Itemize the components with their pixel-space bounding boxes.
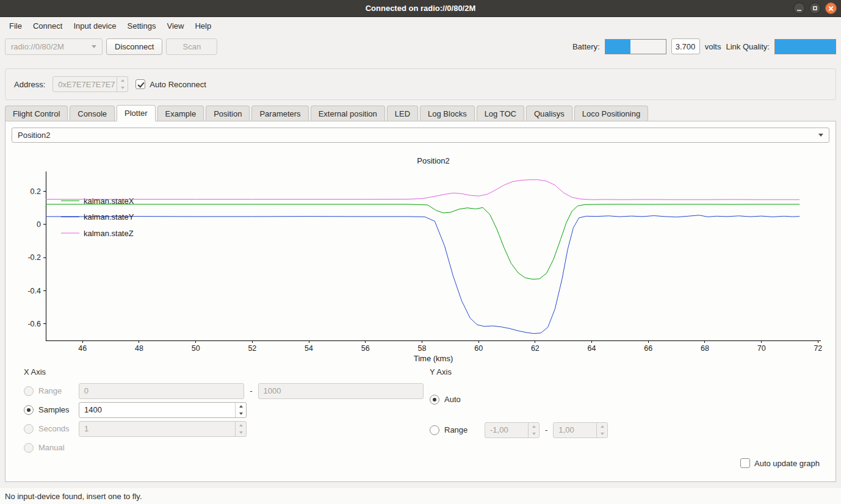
svg-text:-0.2: -0.2 <box>27 253 41 262</box>
disconnect-button[interactable]: Disconnect <box>106 38 162 55</box>
y-auto-label: Auto <box>444 395 480 404</box>
toolbar-status-group: Battery: 3.700 volts Link Quality: <box>572 38 836 54</box>
svg-text:62: 62 <box>531 344 540 353</box>
menu-view[interactable]: View <box>161 18 189 34</box>
spinner-arrows-icon[interactable] <box>235 403 246 417</box>
x-seconds-row: Seconds 1 <box>24 419 424 438</box>
y-auto-row: Auto <box>430 390 608 409</box>
svg-text:kalman.stateX: kalman.stateX <box>84 196 134 206</box>
svg-text:Position2: Position2 <box>417 156 449 165</box>
tab-qualisys[interactable]: Qualisys <box>526 106 572 121</box>
tab-plotter[interactable]: Plotter <box>117 105 156 121</box>
window-title: Connected on radio://0/80/2M <box>366 4 476 13</box>
y-axis-group: Y Axis Auto Range -1,00 - 1,00 <box>424 366 608 457</box>
tab-console[interactable]: Console <box>70 106 115 121</box>
tab-flight-control[interactable]: Flight Control <box>5 106 68 121</box>
connection-uri-combo: radio://0/80/2M <box>5 38 103 55</box>
minimize-icon[interactable] <box>793 2 805 14</box>
tab-loco-positioning[interactable]: Loco Positioning <box>574 106 648 121</box>
menu-settings[interactable]: Settings <box>121 18 161 34</box>
x-seconds-radio <box>24 424 34 434</box>
tab-led[interactable]: LED <box>387 106 418 121</box>
address-field: 0xE7E7E7E7E7 <box>52 76 128 92</box>
auto-reconnect-checkbox[interactable]: Auto Reconnect <box>135 79 206 89</box>
auto-update-label: Auto update graph <box>754 459 820 468</box>
tab-external-position[interactable]: External position <box>311 106 385 121</box>
svg-text:0: 0 <box>37 220 41 229</box>
tabbar: Flight ControlConsolePlotterExamplePosit… <box>0 100 841 121</box>
y-range-row: Range -1,00 - 1,00 <box>430 420 608 439</box>
svg-text:-0.6: -0.6 <box>27 320 41 328</box>
chevron-down-icon <box>818 134 823 137</box>
tab-parameters[interactable]: Parameters <box>251 106 308 121</box>
toolbar: radio://0/80/2M Disconnect Scan Battery:… <box>0 34 841 59</box>
address-panel: Address: 0xE7E7E7E7E7 Auto Reconnect <box>5 68 836 100</box>
y-range-min-field: -1,00 <box>485 422 540 438</box>
svg-text:70: 70 <box>757 344 766 353</box>
x-samples-value: 1400 <box>84 405 102 414</box>
battery-volts-field: 3.700 <box>671 38 700 54</box>
svg-text:66: 66 <box>644 344 652 353</box>
tab-log-toc[interactable]: Log TOC <box>477 106 524 121</box>
svg-text:0.2: 0.2 <box>31 187 41 196</box>
svg-text:72: 72 <box>814 344 822 353</box>
spinner-arrows-icon <box>117 77 128 92</box>
menu-input-device[interactable]: Input device <box>68 18 121 34</box>
battery-progress-fill <box>605 40 631 54</box>
menu-connect[interactable]: Connect <box>27 18 68 34</box>
svg-text:64: 64 <box>588 344 596 353</box>
menu-file[interactable]: File <box>4 18 27 34</box>
y-range-max-value: 1,00 <box>558 425 574 434</box>
volts-label: volts <box>705 42 721 51</box>
svg-text:Time (kms): Time (kms) <box>414 354 453 363</box>
close-icon[interactable] <box>825 2 837 14</box>
tab-log-blocks[interactable]: Log Blocks <box>420 106 475 121</box>
titlebar: Connected on radio://0/80/2M <box>0 0 841 17</box>
auto-update-checkbox[interactable]: Auto update graph <box>740 458 820 468</box>
address-value: 0xE7E7E7E7E7 <box>58 80 115 89</box>
svg-text:-0.4: -0.4 <box>27 287 41 295</box>
x-samples-label: Samples <box>38 405 74 414</box>
x-seconds-label: Seconds <box>38 424 74 433</box>
link-quality-label: Link Quality: <box>726 42 770 51</box>
x-seconds-value: 1 <box>84 424 88 433</box>
maximize-icon[interactable] <box>809 2 821 14</box>
log-config-combo[interactable]: Position2 <box>12 128 829 143</box>
x-range-radio <box>24 386 34 396</box>
x-manual-label: Manual <box>38 443 74 452</box>
y-range-radio[interactable] <box>430 425 439 435</box>
link-quality-progress <box>774 39 836 54</box>
x-samples-field[interactable]: 1400 <box>79 402 247 418</box>
svg-text:kalman.stateY: kalman.stateY <box>84 212 134 221</box>
x-samples-row: Samples 1400 <box>24 400 424 419</box>
tab-position[interactable]: Position <box>206 106 250 121</box>
battery-label: Battery: <box>572 42 600 51</box>
plotter-tab-panel: Position2 Position2464850525456586062646… <box>5 121 836 482</box>
svg-text:50: 50 <box>192 344 200 353</box>
x-axis-group-label: X Axis <box>24 366 424 381</box>
y-range-min-value: -1,00 <box>490 425 508 434</box>
window-controls <box>793 2 837 14</box>
y-range-label: Range <box>444 425 480 434</box>
x-range-row: Range 0 - 1000 <box>24 381 424 400</box>
x-range-from-field: 0 <box>79 383 244 399</box>
x-range-to-field: 1000 <box>258 383 424 399</box>
x-samples-radio[interactable] <box>24 405 34 415</box>
y-axis-group-label: Y Axis <box>430 366 608 381</box>
x-axis-group: X Axis Range 0 - 1000 Samples 1400 <box>24 366 424 457</box>
spinner-arrows-icon <box>528 423 539 437</box>
range-separator: - <box>249 386 253 395</box>
tab-example[interactable]: Example <box>157 106 204 121</box>
menu-help[interactable]: Help <box>189 18 217 34</box>
connection-uri-value: radio://0/80/2M <box>11 42 64 51</box>
svg-text:46: 46 <box>78 344 87 353</box>
svg-text:58: 58 <box>418 344 427 353</box>
x-seconds-field: 1 <box>79 421 247 437</box>
spinner-arrows-icon <box>235 422 246 436</box>
plot-area[interactable]: Position246485052545658606264666870720.2… <box>13 148 828 365</box>
statusbar: No input-device found, insert one to fly… <box>0 488 841 504</box>
battery-progress <box>605 39 666 54</box>
x-range-label: Range <box>38 386 74 395</box>
y-auto-radio[interactable] <box>430 395 439 405</box>
y-range-max-field: 1,00 <box>553 422 608 438</box>
